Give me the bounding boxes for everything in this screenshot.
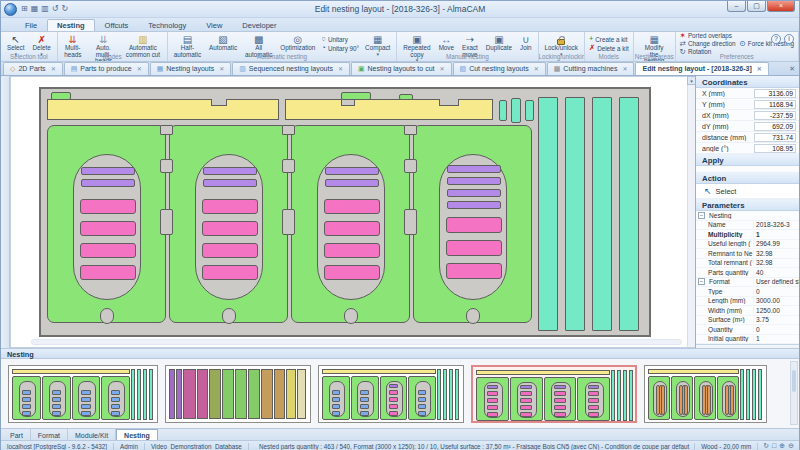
divider-connector[interactable] xyxy=(282,125,295,135)
apply-header[interactable]: Apply xyxy=(696,154,799,166)
ribbon-tab-view[interactable]: View xyxy=(196,19,232,31)
ribbon-button-ported-overlaps[interactable]: ✶Ported overlaps xyxy=(678,32,738,40)
parameter-value-length-mm[interactable]: 3000.00 xyxy=(753,297,799,304)
part-pink-bar[interactable] xyxy=(324,243,380,258)
part-green-tab[interactable] xyxy=(341,92,371,100)
part-pink-bar[interactable] xyxy=(80,243,136,258)
doc-tab-sequenced-nesting-la[interactable]: ▥Sequenced nesting layouts✕ xyxy=(232,62,350,75)
ribbon-tab-technology[interactable]: Technology xyxy=(138,19,196,31)
ribbon-button-move[interactable]: ↔Move xyxy=(436,33,457,53)
doc-tab-parts-to-produce[interactable]: ▤Parts to produce✕ xyxy=(64,62,149,75)
ribbon-button-automatic[interactable]: ▧Automatic xyxy=(206,33,240,53)
coordinate-value-x-mm[interactable]: 3136.09 xyxy=(754,89,796,98)
close-tab-icon[interactable]: ✕ xyxy=(51,65,56,72)
zoom-in-icon[interactable]: ⊕ xyxy=(779,442,785,450)
part-teal-strip[interactable] xyxy=(538,97,558,331)
parameter-value-parts-quantity[interactable]: 40 xyxy=(753,269,799,276)
coordinate-value-angle[interactable]: 108.95 xyxy=(754,144,796,153)
expander-icon[interactable]: − xyxy=(698,278,705,285)
part-teal-small[interactable] xyxy=(499,100,507,121)
close-tab-icon[interactable]: ✕ xyxy=(534,65,539,72)
part-teal-strip[interactable] xyxy=(565,97,585,331)
parameter-value-surface-m[interactable]: 3.75 xyxy=(753,316,799,323)
parameters-header[interactable]: Parameters xyxy=(696,199,799,211)
part-green-panel[interactable] xyxy=(291,125,410,323)
parameter-value-format[interactable]: User defined sheets xyxy=(753,278,799,285)
action-header[interactable]: Action xyxy=(696,172,799,184)
doc-tab-nesting-layouts-to-c[interactable]: ▣Nesting layouts to cut✕ xyxy=(351,62,452,75)
coordinate-value-distance-mm[interactable]: 731.74 xyxy=(754,133,796,142)
sheet-notch[interactable] xyxy=(211,99,227,106)
ribbon-button-join[interactable]: ∪Join xyxy=(517,33,535,53)
coordinate-value-dy-mm[interactable]: 692.09 xyxy=(754,122,796,131)
part-pink-bar[interactable] xyxy=(80,221,136,236)
doc-tab-cutting-machines[interactable]: ▩Cutting machines✕ xyxy=(547,62,635,75)
part-pink-bar[interactable] xyxy=(202,265,258,280)
coordinates-header[interactable]: Coordinates xyxy=(696,76,799,88)
fit-view-icon[interactable]: □ xyxy=(772,442,776,450)
part-pink-bar[interactable] xyxy=(202,221,258,236)
parameter-value-remnant-to-ne[interactable]: 32.98 xyxy=(753,250,799,257)
ribbon-button-unitary-90[interactable]: ◔Unitary 90° xyxy=(319,44,361,53)
ribbon-button-duplicate[interactable]: ▣Duplicate xyxy=(483,33,515,53)
bottom-tab-module-kit[interactable]: Module/Kit xyxy=(68,429,116,440)
nesting-layout-1[interactable] xyxy=(8,365,158,423)
part-purple-bar[interactable] xyxy=(325,167,379,175)
parameter-value-total-remnant[interactable]: 32.98 xyxy=(753,259,799,266)
part-purple-bar[interactable] xyxy=(325,179,379,187)
divider-connector[interactable] xyxy=(160,209,173,235)
parameter-value-useful-length[interactable]: 2964.99 xyxy=(753,240,799,247)
bottom-tab-part[interactable]: Part xyxy=(3,429,31,440)
part-teal-strip[interactable] xyxy=(592,97,612,331)
close-tab-icon[interactable]: ✕ xyxy=(137,65,142,72)
part-green-panel[interactable] xyxy=(47,125,166,323)
canvas-horizontal-scrollbar[interactable] xyxy=(31,339,682,345)
part-green-tab[interactable] xyxy=(51,92,71,100)
columns-icon[interactable]: ▥ xyxy=(41,5,49,13)
divider-connector[interactable] xyxy=(404,125,417,135)
divider-connector[interactable] xyxy=(160,125,173,135)
part-pink-bar[interactable] xyxy=(324,199,380,214)
collapsed-panel-handle[interactable] xyxy=(1,76,10,348)
help-icon[interactable]: ? xyxy=(771,34,781,44)
divider-connector[interactable] xyxy=(160,159,173,173)
minimize-button[interactable]: – xyxy=(727,1,746,12)
divider-connector[interactable] xyxy=(282,209,295,235)
part-green-tab[interactable] xyxy=(399,94,413,100)
nesting-layout-5[interactable] xyxy=(644,365,767,423)
restore-button[interactable]: ▢ xyxy=(747,1,766,12)
doc-tab-2d-parts[interactable]: ◇2D Parts✕ xyxy=(3,62,63,75)
part-purple-bar[interactable] xyxy=(447,177,501,185)
part-purple-bar[interactable] xyxy=(203,167,257,175)
part-pink-bar[interactable] xyxy=(446,240,502,256)
nesting-panel-header[interactable]: Nesting xyxy=(1,348,799,359)
part-purple-bar[interactable] xyxy=(447,201,501,209)
part-pink-bar[interactable] xyxy=(202,199,258,214)
nesting-canvas[interactable]: ▲ ▾ xyxy=(10,76,697,348)
close-tab-icon[interactable]: ✕ xyxy=(219,65,224,72)
table-icon[interactable]: ▦ xyxy=(31,5,39,13)
ribbon-button-change-direction[interactable]: ⇄Change direction xyxy=(678,40,738,48)
close-tab-icon[interactable]: ✕ xyxy=(622,65,627,72)
parameter-value-name[interactable]: 2018-326-3 xyxy=(753,221,799,228)
part-teal-small[interactable] xyxy=(525,100,534,121)
divider-connector[interactable] xyxy=(404,159,417,173)
part-green-panel[interactable] xyxy=(413,125,532,323)
part-purple-bar[interactable] xyxy=(447,165,501,173)
close-tab-icon[interactable]: ✕ xyxy=(439,65,444,72)
part-purple-bar[interactable] xyxy=(203,179,257,187)
part-pink-bar[interactable] xyxy=(80,265,136,280)
close-tab-strip-icon[interactable]: ✕ xyxy=(789,65,795,73)
nesting-sheet[interactable] xyxy=(39,87,651,337)
undo-icon[interactable]: ↺ xyxy=(52,5,59,13)
info-icon[interactable]: i xyxy=(784,34,794,44)
nesting-layout-2[interactable] xyxy=(165,365,311,423)
part-purple-bar[interactable] xyxy=(81,179,135,187)
part-pink-bar[interactable] xyxy=(324,221,380,236)
ribbon-tab-offcuts[interactable]: Offcuts xyxy=(95,19,139,31)
part-purple-bar[interactable] xyxy=(447,189,501,197)
part-yellow-strip[interactable] xyxy=(47,99,279,120)
part-pink-bar[interactable] xyxy=(202,243,258,258)
doc-tab-nesting-layouts[interactable]: ▦Nesting layouts✕ xyxy=(150,62,232,75)
export-icon[interactable]: ⊞ xyxy=(21,5,28,13)
